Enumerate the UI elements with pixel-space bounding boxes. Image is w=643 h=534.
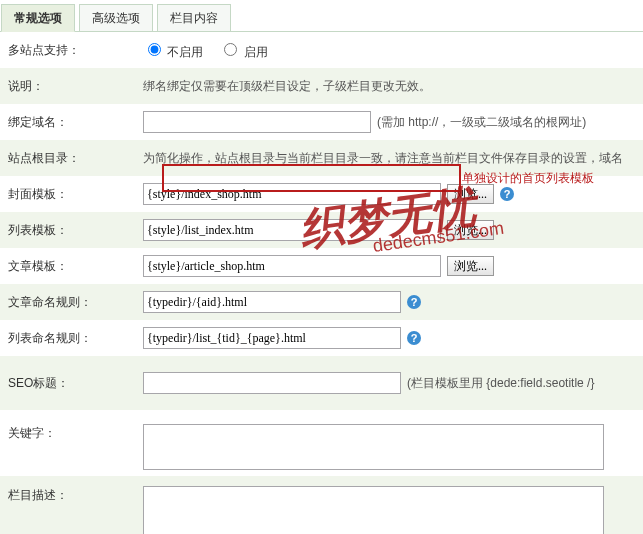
label-keywords: 关键字： [8,424,143,442]
tab-bar: 常规选项 高级选项 栏目内容 [0,0,643,32]
label-catdesc: 栏目描述： [8,486,143,504]
radio-enable[interactable]: 启用 [219,40,267,61]
help-icon[interactable]: ? [407,331,421,345]
article-browse-button[interactable]: 浏览... [447,256,494,276]
radio-disable-label: 不启用 [167,45,203,59]
label-article: 文章模板： [8,257,143,275]
radio-enable-label: 启用 [244,45,268,59]
label-cover: 封面模板： [8,185,143,203]
cover-input[interactable] [143,183,441,205]
list-browse-button[interactable]: 浏览... [447,220,494,240]
domain-input[interactable] [143,111,371,133]
label-siteroot: 站点根目录： [8,149,143,167]
listrule-input[interactable] [143,327,401,349]
list-input[interactable] [143,219,441,241]
tab-content[interactable]: 栏目内容 [157,4,231,32]
label-artrule: 文章命名规则： [8,293,143,311]
label-listrule: 列表命名规则： [8,329,143,347]
keywords-textarea[interactable] [143,424,604,470]
label-seo: SEO标题： [8,374,143,392]
desc-text: 绑名绑定仅需要在顶级栏目设定，子级栏目更改无效。 [143,77,431,95]
catdesc-textarea[interactable] [143,486,604,534]
seo-input[interactable] [143,372,401,394]
article-input[interactable] [143,255,441,277]
label-desc: 说明： [8,77,143,95]
label-multisite: 多站点支持： [8,41,143,59]
tab-general[interactable]: 常规选项 [1,4,75,32]
cover-browse-button[interactable]: 浏览... [447,184,494,204]
domain-hint: (需加 http://，一级或二级域名的根网址) [377,113,586,131]
artrule-input[interactable] [143,291,401,313]
siteroot-text: 为简化操作，站点根目录与当前栏目目录一致，请注意当前栏目文件保存目录的设置，域名 [143,149,623,167]
label-domain: 绑定域名： [8,113,143,131]
radio-disable[interactable]: 不启用 [143,40,203,61]
seo-hint: (栏目模板里用 {dede:field.seotitle /} [407,374,594,392]
label-list: 列表模板： [8,221,143,239]
form: 多站点支持： 不启用 启用 说明： 绑名绑定仅需要在顶级栏目设定，子级栏目更改无… [0,32,643,534]
annotation-text: 单独设计的首页列表模板 [462,170,594,187]
help-icon[interactable]: ? [500,187,514,201]
tab-advanced[interactable]: 高级选项 [79,4,153,32]
help-icon[interactable]: ? [407,295,421,309]
